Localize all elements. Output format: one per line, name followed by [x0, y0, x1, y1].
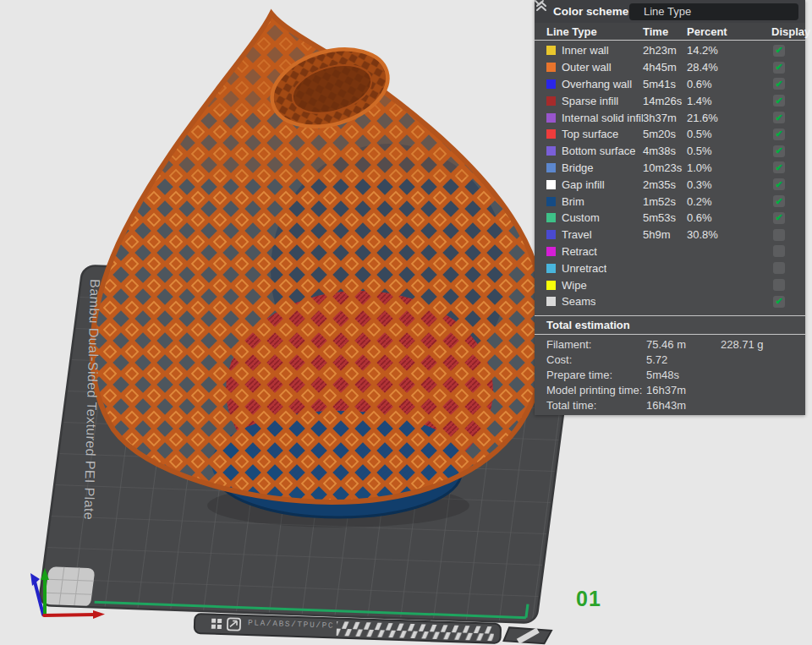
line-type-row: Travel5h9m30.8%✔ — [535, 227, 805, 243]
estimation-row: Filament:75.46 m228.71 g — [535, 337, 805, 353]
estimation-label: Filament: — [546, 338, 646, 351]
estimation-value-secondary: 228.71 g — [721, 338, 805, 351]
color-scheme-panel: Color scheme Line Type Line Type Time Pe… — [535, 0, 805, 415]
line-type-percent: 30.8% — [687, 228, 771, 241]
display-checkbox[interactable]: ✔ — [773, 128, 785, 140]
line-type-row: Bottom surface4m38s0.5%✔ — [535, 143, 805, 160]
line-type-color-swatch — [546, 63, 556, 72]
line-type-row: Retract✔ — [535, 243, 805, 260]
column-header-time: Time — [643, 25, 687, 38]
line-type-label: Outer wall — [562, 61, 612, 74]
display-checkbox[interactable]: ✔ — [773, 62, 785, 74]
line-type-row: Outer wall4h45m28.4%✔ — [535, 59, 805, 76]
estimation-value: 75.46 m — [646, 338, 721, 351]
line-type-row: Custom5m53s0.6%✔ — [535, 210, 805, 227]
line-type-time: 5m41s — [643, 78, 687, 90]
display-checkbox[interactable]: ✔ — [773, 262, 785, 274]
line-type-table: Inner wall2h23m14.2%✔Outer wall4h45m28.4… — [535, 41, 805, 310]
line-type-percent: 0.6% — [687, 211, 771, 224]
line-type-row: Seams✔ — [535, 293, 805, 310]
column-header-line-type: Line Type — [546, 25, 643, 38]
line-type-percent: 14.2% — [687, 44, 771, 57]
line-type-color-swatch — [546, 297, 556, 306]
display-checkbox[interactable]: ✔ — [773, 212, 785, 224]
line-type-time: 5h9m — [643, 228, 687, 241]
line-type-color-swatch — [546, 230, 556, 239]
estimation-label: Total time: — [546, 399, 646, 412]
line-type-label: Travel — [562, 228, 592, 241]
display-checkbox[interactable]: ✔ — [773, 161, 785, 173]
total-estimation-table: Filament:75.46 m228.71 gCost:5.72Prepare… — [535, 335, 805, 413]
estimation-row: Cost:5.72 — [535, 353, 805, 368]
display-checkbox[interactable]: ✔ — [773, 245, 785, 257]
display-checkbox[interactable]: ✔ — [773, 195, 785, 207]
line-type-label: Custom — [562, 211, 600, 224]
column-header-display: Display — [771, 25, 812, 38]
plate-corner-marker — [44, 566, 96, 607]
line-type-row: Top surface5m20s0.5%✔ — [535, 126, 805, 143]
estimation-value: 16h43m — [646, 399, 721, 412]
line-type-row: Sparse infill14m26s1.4%✔ — [535, 92, 805, 109]
line-type-color-swatch — [546, 129, 556, 139]
line-type-percent: 0.2% — [687, 195, 771, 208]
sliced-model[interactable] — [72, 4, 571, 527]
line-type-color-swatch — [546, 113, 556, 123]
estimation-value: 5m48s — [646, 369, 721, 381]
line-type-row: Unretract✔ — [535, 260, 805, 276]
display-checkbox[interactable]: ✔ — [773, 229, 785, 241]
line-type-color-swatch — [546, 163, 556, 172]
line-type-color-swatch — [546, 96, 556, 106]
plate-number-label[interactable]: 01 — [576, 587, 601, 611]
line-type-label: Gap infill — [562, 178, 605, 191]
line-type-time: 3h37m — [643, 112, 687, 124]
estimation-label: Prepare time: — [546, 369, 646, 381]
line-type-time: 2h23m — [643, 44, 687, 57]
display-checkbox[interactable]: ✔ — [773, 145, 785, 157]
line-type-color-swatch — [546, 197, 556, 206]
line-type-row: Overhang wall5m41s0.6%✔ — [535, 76, 805, 93]
line-type-color-swatch — [546, 281, 556, 290]
line-type-time: 10m23s — [643, 161, 687, 174]
display-checkbox[interactable]: ✔ — [773, 78, 785, 90]
line-type-color-swatch — [546, 213, 556, 222]
line-type-time: 1m52s — [643, 195, 687, 208]
line-type-color-swatch — [546, 79, 556, 89]
line-type-label: Overhang wall — [562, 78, 632, 90]
line-type-label: Unretract — [562, 262, 606, 275]
line-type-label: Sparse infill — [562, 95, 618, 107]
panel-header: Color scheme Line Type — [535, 0, 805, 23]
line-type-time: 5m20s — [643, 128, 687, 140]
display-checkbox[interactable]: ✔ — [773, 112, 785, 123]
line-type-label: Internal solid infill — [562, 112, 643, 124]
line-type-color-swatch — [546, 46, 556, 55]
line-type-label: Brim — [562, 195, 584, 208]
display-checkbox[interactable]: ✔ — [773, 95, 785, 107]
color-scheme-dropdown[interactable]: Line Type — [629, 3, 798, 20]
estimation-value: 16h37m — [646, 384, 721, 396]
line-type-percent: 0.6% — [687, 78, 771, 90]
line-type-percent: 28.4% — [687, 61, 771, 74]
line-type-row: Inner wall2h23m14.2%✔ — [535, 42, 805, 59]
line-type-row: Internal solid infill3h37m21.6%✔ — [535, 109, 805, 126]
line-type-time: 5m53s — [643, 211, 687, 224]
line-type-color-swatch — [546, 146, 556, 156]
line-type-color-swatch — [546, 264, 556, 273]
display-checkbox[interactable]: ✔ — [773, 279, 785, 291]
bambu-studio-preview: Bambu Dual-Sided Textured PEI Plate 01 P… — [0, 0, 812, 645]
display-checkbox[interactable]: ✔ — [773, 45, 785, 57]
line-type-row: Gap infill2m35s0.3%✔ — [535, 176, 805, 193]
estimation-label: Cost: — [546, 353, 646, 366]
line-type-table-header: Line Type Time Percent Display — [535, 23, 805, 41]
line-type-label: Seams — [562, 295, 595, 308]
line-type-label: Bottom surface — [562, 145, 635, 157]
line-type-percent: 0.5% — [687, 128, 771, 140]
estimation-value: 5.72 — [646, 353, 721, 366]
display-checkbox[interactable]: ✔ — [773, 296, 785, 308]
line-type-color-swatch — [546, 247, 556, 256]
estimation-row: Total time:16h43m — [535, 398, 805, 413]
line-type-percent: 1.4% — [687, 95, 771, 107]
line-type-time: 14m26s — [643, 95, 687, 107]
line-type-percent: 0.3% — [687, 178, 771, 191]
line-type-label: Retract — [562, 245, 597, 258]
display-checkbox[interactable]: ✔ — [773, 178, 785, 190]
